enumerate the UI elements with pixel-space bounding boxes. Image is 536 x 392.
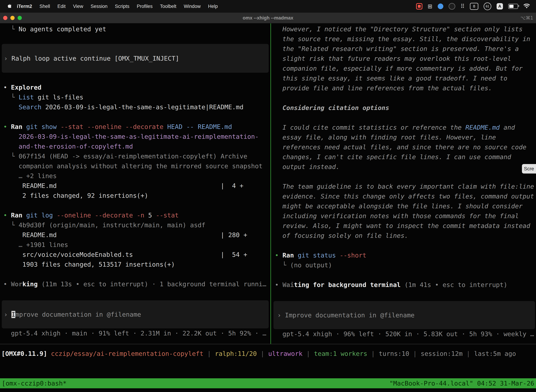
text-segment: | <box>409 350 421 357</box>
terminal-line: … +1901 lines <box>0 240 270 250</box>
text-segment: 1903 files changed, 513517 insertions(+) <box>3 261 175 268</box>
terminal-line: review. Also, I might want to inspect th… <box>271 221 536 231</box>
keycap-icon[interactable]: 8 <box>470 3 478 10</box>
menu-items: iTerm2ShellEditViewSessionScriptsProfile… <box>17 4 218 9</box>
terminal-line: 2026-03-09-is-legal-the-same-as-legitima… <box>0 132 270 142</box>
terminal-line: README.md | 4 + <box>0 181 270 191</box>
window-grid-icon[interactable]: ⊞ <box>428 4 432 9</box>
menu-session[interactable]: Session <box>91 4 107 9</box>
menu-iterm2[interactable]: iTerm2 <box>17 4 32 9</box>
menu-shell[interactable]: Shell <box>40 4 50 9</box>
terminal-line: provide file and line references from th… <box>271 83 536 93</box>
dots-grid-icon[interactable]: ⠿ <box>460 4 464 9</box>
menu-bar: iTerm2ShellEditViewSessionScriptsProfile… <box>0 0 536 13</box>
menu-scripts[interactable]: Scripts <box>115 4 129 9</box>
terminal-line: • Ran git log --oneline --decorate -n 5 … <box>0 210 270 220</box>
menu-edit[interactable]: Edit <box>57 4 66 9</box>
menu-profiles[interactable]: Profiles <box>137 4 153 9</box>
text-segment: └ <box>275 261 290 269</box>
spacer <box>271 270 536 280</box>
text-segment: HEAD -- README.md <box>167 123 232 130</box>
terminal-line: evidence. Since this change only affects… <box>271 191 536 201</box>
text-segment: essay file, along with finding root file… <box>275 134 496 141</box>
terminal-line: companion file, especially if more comme… <box>271 64 536 73</box>
text-segment: ting for background terminal <box>294 281 401 288</box>
omx-status-bar: [OMX#0.11.9] cczip/essay/ai-reimplementa… <box>0 344 536 378</box>
inject-banner[interactable]: › Ralph loop active continue [OMX_TMUX_I… <box>2 44 269 73</box>
terminal-line: I could cite commit statistics or refere… <box>271 123 536 132</box>
terminal-line: output instead. <box>271 162 536 172</box>
apple-menu-icon[interactable] <box>7 4 12 9</box>
text-segment: Explored <box>11 84 41 91</box>
right-pane[interactable]: However, I noticed the "Directory Struct… <box>271 23 536 344</box>
wifi-icon[interactable] <box>523 4 530 9</box>
text-segment: session:12m <box>421 350 463 357</box>
menu-window[interactable]: Window <box>184 4 201 9</box>
text-segment: ultrawork <box>268 350 302 357</box>
close-window-button[interactable] <box>3 16 7 20</box>
text-segment: However, I noticed the "Directory Struct… <box>275 25 523 33</box>
text-segment: mprove documentation in @filename <box>15 311 141 318</box>
text-segment: | <box>302 350 314 357</box>
terminal-line: Search 2026-03-09-is-legal-the-same-as-l… <box>0 102 270 112</box>
menu-help[interactable]: Help <box>208 4 218 9</box>
text-segment: | <box>463 350 474 357</box>
terminal-line: the "Related research writing" section i… <box>271 44 536 54</box>
text-segment: › <box>4 311 11 318</box>
screen-share-button[interactable]: Scre <box>522 164 536 173</box>
text-segment: › <box>277 312 285 319</box>
terminal-line: However, I noticed the "Directory Struct… <box>271 24 536 34</box>
terminal-line: essay file, along with finding root file… <box>271 132 536 142</box>
battery-percent-badge-icon[interactable]: 61 <box>483 2 491 10</box>
terminal-line: › Improve documentation in @filename <box>2 311 141 318</box>
screen-recording-stop-icon[interactable] <box>416 3 422 9</box>
text-segment: 067f154 (HEAD -> essay/ai-reimplementati… <box>19 153 247 160</box>
minimize-window-button[interactable] <box>10 16 14 20</box>
title-bar[interactable]: omx --xhigh --madmax ⌥⌘1 <box>0 13 536 23</box>
text-segment: the "Related research writing" section i… <box>275 45 519 52</box>
prompt-input[interactable]: › Improve documentation in @filename <box>2 300 269 328</box>
text-segment: … +2 lines <box>3 172 57 179</box>
terminal-line: gpt-5.4 xhigh · 96% left · 520K in · 5.8… <box>271 329 536 339</box>
text-segment: last:5m ago <box>474 350 516 357</box>
spacer <box>0 34 270 44</box>
menu-toolbelt[interactable]: Toolbelt <box>160 4 176 9</box>
text-segment: --stat <box>156 212 179 219</box>
text-segment: • <box>3 212 11 219</box>
text-segment: • <box>3 84 11 91</box>
terminal-line: › Improve documentation in @filename <box>273 312 415 319</box>
battery-fill <box>509 5 513 8</box>
terminal-line: • Working (11m 13s • esc to interrupt) ·… <box>0 279 270 289</box>
battery-icon[interactable] <box>508 4 518 9</box>
text-segment: README.md <box>465 124 500 131</box>
text-segment: • <box>275 252 282 259</box>
text-segment: Ran <box>282 252 298 259</box>
terminal-line: and-the-erosion-of-copyleft.md <box>0 142 270 151</box>
prompt-input[interactable]: › Improve documentation in @filename <box>273 301 535 329</box>
input-source-icon[interactable]: A <box>497 3 503 9</box>
spacer <box>0 289 270 300</box>
terminal-line: └ No agents completed yet <box>0 24 270 34</box>
text-segment: might be acceptable alongside the file l… <box>275 202 523 210</box>
text-segment: 5 <box>148 212 156 219</box>
text-segment: companion analysis without altering the … <box>3 163 263 170</box>
terminal-line: src/voice/voiceModeEnabled.ts | 54 + <box>0 250 270 260</box>
tmux-host-clock: "MacBook-Pro-44.local" 04:52 31-Mar-26 <box>389 380 534 387</box>
text-segment: changes, I can't cite specific file line… <box>275 153 511 160</box>
terminal-line: Considering citation options <box>271 103 536 113</box>
zoom-window-button[interactable] <box>18 16 22 20</box>
terminal-line: including verification notes with those … <box>271 211 536 221</box>
spacer <box>271 241 536 250</box>
text-segment: and <box>500 124 515 131</box>
blue-app-icon[interactable] <box>438 4 443 9</box>
terminal-line: • Ran git show --stat --oneline --decora… <box>0 122 270 132</box>
dark-circle-app-icon[interactable] <box>449 3 455 10</box>
menu-view[interactable]: View <box>73 4 83 9</box>
terminal-line: the source tree, missing the essay. Stil… <box>271 34 536 44</box>
terminal-line: [OMX#0.11.9] cczip/essay/ai-reimplementa… <box>0 349 536 359</box>
left-pane[interactable]: └ No agents completed yet› Ralph loop ac… <box>0 23 270 344</box>
text-segment: Ran <box>11 123 26 130</box>
text-segment: … +1901 lines <box>3 241 68 248</box>
text-segment: I could cite commit statistics or refere… <box>275 124 465 131</box>
text-segment: src/voice/voiceModeEnabled.ts | 54 + <box>3 251 247 258</box>
